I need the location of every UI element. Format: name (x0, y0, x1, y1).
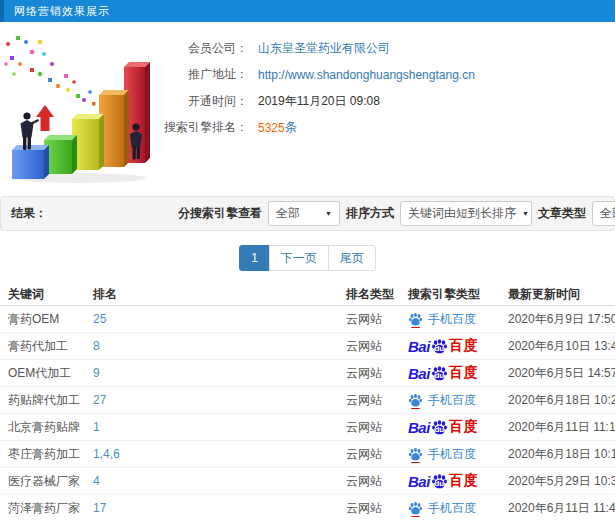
chevron-down-icon: ▼ (325, 210, 332, 217)
promotion-url-label: 推广地址： (152, 66, 248, 83)
column-header: 排名 (85, 286, 338, 303)
baidu-paw-icon: du (431, 338, 448, 355)
table-row: 膏药代加工8云网站Baidu百度2020年6月10日 13:40 (0, 333, 615, 360)
engine-type-cell: 手机百度 (400, 500, 500, 517)
mobile-baidu-engine: 手机百度 (408, 446, 500, 463)
rank-type-cell: 云网站 (338, 338, 400, 355)
updated-time-cell: 2020年5月29日 10:32 (500, 473, 615, 490)
column-header: 排名类型 (338, 286, 400, 303)
engine-type-cell: Baidu百度 (400, 472, 500, 490)
open-time-row: 开通时间：2019年11月20日 09:08 (152, 88, 615, 115)
table-row: 菏泽膏药厂家17云网站手机百度2020年6月11日 11:40 (0, 495, 615, 520)
column-header: 最新更新时间 (500, 286, 615, 303)
table-row: OEM代加工9云网站Baidu百度2020年6月5日 14:57 (0, 360, 615, 387)
info-section: 会员公司：山东皇圣堂药业有限公司推广地址：http://www.shandong… (0, 30, 615, 185)
engine-type-cell: Baidu百度 (400, 418, 500, 436)
mobile-baidu-engine: 手机百度 (408, 392, 500, 409)
baidu-logo-cn: 百度 (449, 418, 479, 436)
promotion-url-row: 推广地址：http://www.shandonghuangshengtang.c… (152, 62, 615, 89)
rank-type-cell: 云网站 (338, 500, 400, 517)
engine-rank-count-suffix: 条 (285, 119, 297, 136)
updated-time-cell: 2020年6月18日 10:25 (500, 392, 615, 409)
marketing-growth-illustration (0, 30, 152, 185)
engine-type-cell: Baidu百度 (400, 337, 500, 355)
updated-time-cell: 2020年6月5日 14:57 (500, 365, 615, 382)
baidu-paw-icon: du (431, 365, 448, 382)
last-page-button[interactable]: 尾页 (328, 245, 376, 271)
baidu-logo-bai: Bai (408, 419, 430, 436)
page-title: 网络营销效果展示 (4, 4, 110, 19)
baidu-engine-logo: Baidu百度 (408, 337, 500, 355)
next-page-button[interactable]: 下一页 (269, 245, 329, 271)
baidu-logo-cn: 百度 (449, 337, 479, 355)
rank-link[interactable]: 25 (85, 312, 338, 326)
engine-type-cell: 手机百度 (400, 311, 500, 328)
mobile-baidu-label: 手机百度 (428, 500, 476, 517)
baidu-engine-logo: Baidu百度 (408, 472, 500, 490)
rank-link[interactable]: 4 (85, 474, 338, 488)
filter-controls: 分搜索引擎查看 全部 ▼ 排序方式 关键词由短到长排序 ▼ 文章类型 全部 ▼ … (175, 200, 615, 227)
sort-select[interactable]: 关键词由短到长排序 ▼ (400, 201, 532, 226)
page-header: 网络营销效果展示 (0, 0, 615, 22)
company-info-fields: 会员公司：山东皇圣堂药业有限公司推广地址：http://www.shandong… (152, 30, 615, 185)
rank-link[interactable]: 17 (85, 501, 338, 515)
baidu-paw-icon: du (431, 473, 448, 490)
rank-link[interactable]: 1 (85, 420, 338, 434)
keyword-cell: OEM代加工 (0, 365, 85, 382)
baidu-paw-icon (408, 447, 423, 462)
baidu-paw-icon (408, 312, 423, 327)
keyword-cell: 膏药OEM (0, 311, 85, 328)
member-company-row: 会员公司：山东皇圣堂药业有限公司 (152, 35, 615, 62)
engine-type-cell: Baidu百度 (400, 364, 500, 382)
engine-filter-label: 分搜索引擎查看 (178, 205, 262, 222)
keyword-cell: 菏泽膏药厂家 (0, 500, 85, 517)
rank-type-cell: 云网站 (338, 446, 400, 463)
chevron-down-icon: ▼ (522, 210, 529, 217)
engine-select[interactable]: 全部 ▼ (268, 201, 340, 226)
updated-time-cell: 2020年6月9日 17:50 (500, 311, 615, 328)
baidu-paw-icon (408, 393, 423, 408)
open-time-label: 开通时间： (152, 93, 248, 110)
article-type-select[interactable]: 全部 ▼ (592, 201, 615, 226)
up-arrow-icon (36, 105, 54, 131)
table-row: 药贴牌代加工27云网站手机百度2020年6月18日 10:25 (0, 387, 615, 414)
column-header: 关键词 (0, 286, 85, 303)
updated-time-cell: 2020年6月10日 13:40 (500, 338, 615, 355)
article-type-label: 文章类型 (538, 205, 586, 222)
pagination: 1 下一页 尾页 (0, 245, 615, 271)
rank-type-cell: 云网站 (338, 392, 400, 409)
mobile-baidu-engine: 手机百度 (408, 500, 500, 517)
keyword-cell: 北京膏药贴牌 (0, 419, 85, 436)
member-company-value[interactable]: 山东皇圣堂药业有限公司 (258, 40, 390, 57)
promotion-url-value[interactable]: http://www.shandonghuangshengtang.cn (258, 68, 475, 82)
table-row: 枣庄膏药加工1,4,6云网站手机百度2020年6月18日 10:19 (0, 441, 615, 468)
confetti-dots (4, 36, 95, 106)
updated-time-cell: 2020年6月18日 10:19 (500, 446, 615, 463)
column-header: 搜索引擎类型 (400, 286, 500, 303)
result-label: 结果： (11, 205, 47, 222)
keyword-cell: 枣庄膏药加工 (0, 446, 85, 463)
mobile-baidu-paw-icon (408, 447, 423, 462)
rank-link[interactable]: 9 (85, 366, 338, 380)
table-header-row: 关键词排名排名类型搜索引擎类型最新更新时间 (0, 284, 615, 306)
mobile-baidu-paw-icon (408, 393, 423, 408)
engine-rank-count-label: 搜索引擎排名： (152, 119, 248, 136)
rank-type-cell: 云网站 (338, 419, 400, 436)
rank-link[interactable]: 1,4,6 (85, 447, 338, 461)
updated-time-cell: 2020年6月11日 11:40 (500, 500, 615, 517)
page-1-button[interactable]: 1 (239, 245, 270, 271)
keyword-cell: 医疗器械厂家 (0, 473, 85, 490)
rank-type-cell: 云网站 (338, 311, 400, 328)
baidu-paw-icon (408, 501, 423, 516)
rank-link[interactable]: 8 (85, 339, 338, 353)
engine-type-cell: 手机百度 (400, 446, 500, 463)
mobile-baidu-paw-icon (408, 501, 423, 516)
baidu-engine-logo: Baidu百度 (408, 364, 500, 382)
filter-bar: 结果： 分搜索引擎查看 全部 ▼ 排序方式 关键词由短到长排序 ▼ 文章类型 全… (0, 196, 615, 231)
rank-link[interactable]: 27 (85, 393, 338, 407)
bar-chart-clipart-image (0, 30, 152, 185)
table-row: 医疗器械厂家4云网站Baidu百度2020年5月29日 10:32 (0, 468, 615, 495)
baidu-logo-cn: 百度 (449, 364, 479, 382)
baidu-logo-bai: Bai (408, 365, 430, 382)
baidu-engine-logo: Baidu百度 (408, 418, 500, 436)
